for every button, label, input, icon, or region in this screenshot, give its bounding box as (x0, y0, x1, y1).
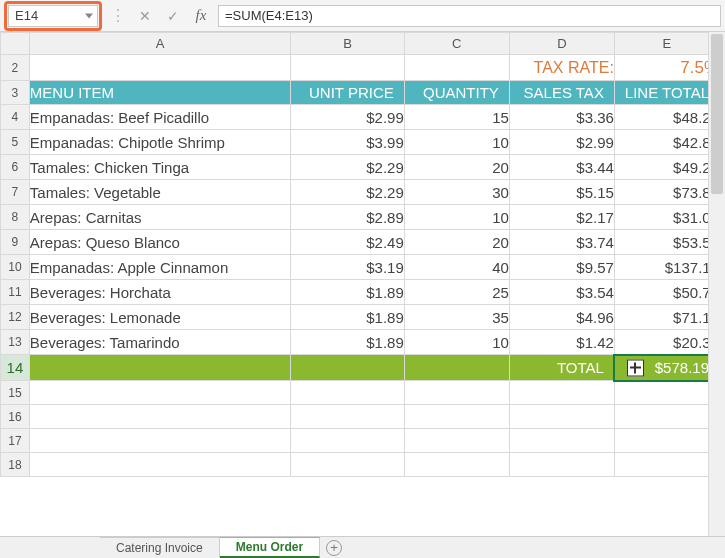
row-header-6[interactable]: 6 (1, 155, 30, 180)
cell-item[interactable]: Tamales: Vegetable (29, 180, 291, 205)
cell-item[interactable]: Beverages: Horchata (29, 280, 291, 305)
total-value-cell[interactable]: $578.19 (614, 355, 719, 381)
empty-cell[interactable] (509, 405, 614, 429)
empty-cell[interactable] (404, 405, 509, 429)
empty-cell[interactable] (404, 453, 509, 477)
cell-price[interactable]: $1.89 (291, 305, 404, 330)
cell-A14[interactable] (29, 355, 291, 381)
col-header-C[interactable]: C (404, 33, 509, 55)
row-header-17[interactable]: 17 (1, 429, 30, 453)
cell-total[interactable]: $137.17 (614, 255, 719, 280)
select-all-corner[interactable] (1, 33, 30, 55)
row-header-13[interactable]: 13 (1, 330, 30, 355)
fx-icon[interactable]: fx (190, 5, 212, 27)
row-header-16[interactable]: 16 (1, 405, 30, 429)
cell-total[interactable]: $53.54 (614, 230, 719, 255)
cell-item[interactable]: Beverages: Tamarindo (29, 330, 291, 355)
empty-cell[interactable] (614, 429, 719, 453)
header-sales-tax[interactable]: SALES TAX (509, 81, 614, 105)
cell-total[interactable]: $48.21 (614, 105, 719, 130)
cell-qty[interactable]: 10 (404, 205, 509, 230)
empty-cell[interactable] (29, 381, 291, 405)
row-header-3[interactable]: 3 (1, 81, 30, 105)
row-header-14[interactable]: 14 (1, 355, 30, 381)
name-box[interactable]: E14 (8, 5, 98, 27)
cell-qty[interactable]: 40 (404, 255, 509, 280)
vertical-scrollbar[interactable] (708, 32, 725, 536)
cell-qty[interactable]: 25 (404, 280, 509, 305)
row-header-2[interactable]: 2 (1, 55, 30, 81)
cell-price[interactable]: $2.29 (291, 155, 404, 180)
cell-qty[interactable]: 35 (404, 305, 509, 330)
cell-total[interactable]: $42.89 (614, 130, 719, 155)
total-label[interactable]: TOTAL (509, 355, 614, 381)
empty-cell[interactable] (291, 453, 404, 477)
row-header-11[interactable]: 11 (1, 280, 30, 305)
col-header-A[interactable]: A (29, 33, 291, 55)
sheet-tab-menu-order[interactable]: Menu Order (220, 537, 320, 558)
row-header-5[interactable]: 5 (1, 130, 30, 155)
row-header-4[interactable]: 4 (1, 105, 30, 130)
cell-total[interactable]: $31.07 (614, 205, 719, 230)
cell-tax[interactable]: $5.15 (509, 180, 614, 205)
row-header-18[interactable]: 18 (1, 453, 30, 477)
cell-price[interactable]: $2.89 (291, 205, 404, 230)
cancel-formula-button[interactable]: ✕ (134, 5, 156, 27)
tax-rate-label[interactable]: TAX RATE: (509, 55, 614, 81)
cell-tax[interactable]: $3.36 (509, 105, 614, 130)
cell-price[interactable]: $1.89 (291, 330, 404, 355)
cell-tax[interactable]: $2.99 (509, 130, 614, 155)
col-header-B[interactable]: B (291, 33, 404, 55)
cell-item[interactable]: Empanadas: Beef Picadillo (29, 105, 291, 130)
cell-total[interactable]: $50.79 (614, 280, 719, 305)
cell-qty[interactable]: 15 (404, 105, 509, 130)
cell-qty[interactable]: 10 (404, 330, 509, 355)
accept-formula-button[interactable]: ✓ (162, 5, 184, 27)
cell-tax[interactable]: $1.42 (509, 330, 614, 355)
row-header-7[interactable]: 7 (1, 180, 30, 205)
empty-cell[interactable] (614, 381, 719, 405)
row-header-15[interactable]: 15 (1, 381, 30, 405)
sheet-tab-catering-invoice[interactable]: Catering Invoice (100, 537, 220, 558)
header-line-total[interactable]: LINE TOTAL (614, 81, 719, 105)
cell-item[interactable]: Beverages: Lemonade (29, 305, 291, 330)
cell-tax[interactable]: $9.57 (509, 255, 614, 280)
cell-total[interactable]: $20.32 (614, 330, 719, 355)
empty-cell[interactable] (614, 453, 719, 477)
cell-total[interactable]: $73.85 (614, 180, 719, 205)
cell-qty[interactable]: 30 (404, 180, 509, 205)
cell-price[interactable]: $2.99 (291, 105, 404, 130)
cell-item[interactable]: Arepas: Queso Blanco (29, 230, 291, 255)
cell-C14[interactable] (404, 355, 509, 381)
tax-rate-value[interactable]: 7.5% (614, 55, 719, 81)
empty-cell[interactable] (291, 429, 404, 453)
cell-B14[interactable] (291, 355, 404, 381)
empty-cell[interactable] (404, 429, 509, 453)
formula-input[interactable]: =SUM(E4:E13) (218, 5, 721, 27)
cell-tax[interactable]: $2.17 (509, 205, 614, 230)
cell-price[interactable]: $1.89 (291, 280, 404, 305)
empty-cell[interactable] (509, 453, 614, 477)
cell-total[interactable]: $71.11 (614, 305, 719, 330)
cell-item[interactable]: Empanadas: Chipotle Shrimp (29, 130, 291, 155)
cell-item[interactable]: Empanadas: Apple Cinnamon (29, 255, 291, 280)
empty-cell[interactable] (29, 405, 291, 429)
empty-cell[interactable] (614, 405, 719, 429)
header-unit-price[interactable]: UNIT PRICE (291, 81, 404, 105)
col-header-E[interactable]: E (614, 33, 719, 55)
cell-B2[interactable] (291, 55, 404, 81)
col-header-D[interactable]: D (509, 33, 614, 55)
cell-total[interactable]: $49.24 (614, 155, 719, 180)
cell-tax[interactable]: $4.96 (509, 305, 614, 330)
cell-qty[interactable]: 20 (404, 230, 509, 255)
row-header-9[interactable]: 9 (1, 230, 30, 255)
header-menu-item[interactable]: MENU ITEM (29, 81, 291, 105)
cell-A2[interactable] (29, 55, 291, 81)
header-quantity[interactable]: QUANTITY (404, 81, 509, 105)
empty-cell[interactable] (291, 405, 404, 429)
cell-qty[interactable]: 20 (404, 155, 509, 180)
chevron-down-icon[interactable] (85, 13, 93, 18)
empty-cell[interactable] (509, 429, 614, 453)
worksheet-grid[interactable]: A B C D E 2TAX RATE:7.5%3MENU ITEMUNIT P… (0, 32, 725, 536)
scrollbar-thumb[interactable] (711, 34, 723, 194)
